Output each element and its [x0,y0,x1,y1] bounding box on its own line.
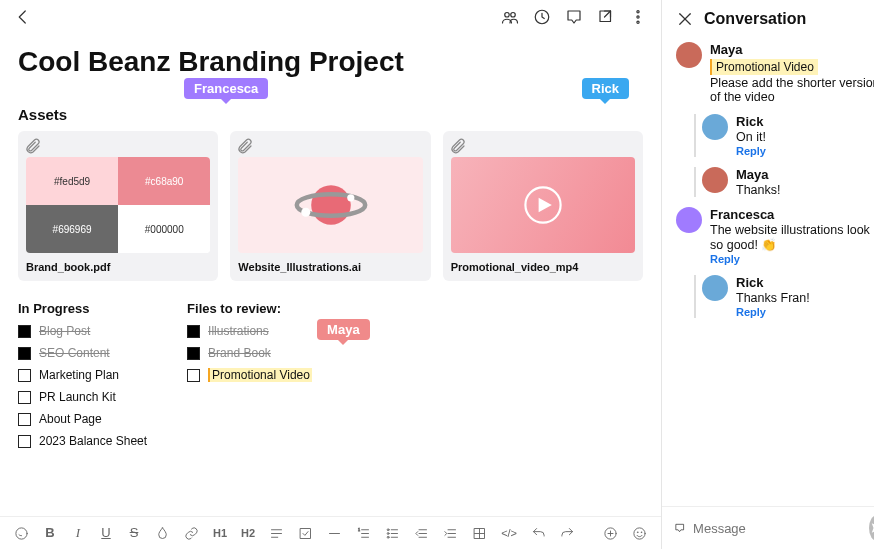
checkbox-icon[interactable] [18,325,31,338]
task-item[interactable]: About Page [18,412,147,426]
mention-icon[interactable] [14,525,29,541]
svg-rect-15 [301,529,311,539]
conversation-title: Conversation [704,10,806,28]
task-item[interactable]: Marketing Plan [18,368,147,382]
message[interactable]: Maya Thanks! [694,167,874,197]
svg-point-6 [637,16,639,18]
asset-card[interactable]: Website_Illustrations.ai [230,131,430,281]
assets-heading: Assets [18,106,643,123]
italic-button[interactable]: I [71,525,85,541]
divider-button[interactable] [327,525,342,541]
page-title: Cool Beanz Branding Project [18,46,643,78]
svg-point-41 [641,532,642,533]
history-icon[interactable] [533,8,551,26]
svg-point-10 [301,208,310,217]
chat-icon [674,519,685,537]
asset-card[interactable]: #fed5d9 #c68a90 #696969 #000000 Brand_bo… [18,131,218,281]
planet-illustration [286,170,376,240]
more-icon[interactable] [629,8,647,26]
svg-point-21 [387,529,389,531]
task-item[interactable]: Brand Book [187,346,312,360]
checkbox-icon[interactable] [187,369,200,382]
send-button[interactable] [869,515,874,541]
add-button[interactable] [603,525,618,541]
checkbox-icon[interactable] [18,391,31,404]
message[interactable]: Rick Thanks Fran! Reply [694,275,874,318]
play-icon [521,183,565,227]
outdent-button[interactable] [414,525,429,541]
svg-point-39 [634,528,645,539]
checkbox-icon[interactable] [18,347,31,360]
message[interactable]: Francesca The website illustrations look… [676,207,874,265]
avatar [702,275,728,301]
indent-button[interactable] [443,525,458,541]
conversation-thread: Maya Promotional Video Please add the sh… [662,38,874,506]
checkbox-icon[interactable] [18,413,31,426]
table-button[interactable] [472,525,487,541]
svg-marker-13 [538,198,551,213]
asset-filename: Promotional_video_mp4 [451,261,635,273]
h1-button[interactable]: H1 [213,527,227,539]
asset-filename: Website_Illustrations.ai [238,261,422,273]
task-item[interactable]: PR Launch Kit [18,390,147,404]
back-icon[interactable] [14,8,32,26]
message[interactable]: Maya Promotional Video Please add the sh… [676,42,874,104]
checkbox-icon[interactable] [187,325,200,338]
svg-point-8 [311,185,351,225]
underline-button[interactable]: U [99,525,113,540]
reply-link[interactable]: Reply [736,306,810,318]
emoji-button[interactable] [632,525,647,541]
checklist-button[interactable] [298,525,313,541]
task-item[interactable]: SEO Content [18,346,147,360]
svg-point-1 [511,13,516,18]
bullet-list-button[interactable] [385,525,400,541]
bold-button[interactable]: B [43,525,57,540]
attachment-icon [236,137,254,155]
people-icon[interactable] [501,8,519,26]
color-button[interactable] [155,525,170,541]
reply-link[interactable]: Reply [736,145,766,157]
message[interactable]: Rick On it! Reply [694,114,874,157]
quote-button[interactable] [269,525,284,541]
undo-button[interactable] [531,525,546,541]
numbered-list-button[interactable]: 1 [356,525,371,541]
checkbox-icon[interactable] [18,369,31,382]
attachment-icon [449,137,467,155]
avatar [702,114,728,140]
asset-card[interactable]: Promotional_video_mp4 [443,131,643,281]
comment-icon[interactable] [565,8,583,26]
redo-button[interactable] [560,525,575,541]
task-item[interactable]: Blog Post [18,324,147,338]
checkbox-icon[interactable] [187,347,200,360]
svg-text:1: 1 [358,528,360,532]
svg-point-11 [347,194,354,201]
cursor-maya: Maya [317,319,370,340]
files-to-review-list: Files to review: Illustrations Brand Boo… [187,301,312,456]
svg-point-14 [16,528,27,539]
svg-line-4 [605,11,611,17]
asset-filename: Brand_book.pdf [26,261,210,273]
reference-chip[interactable]: Promotional Video [710,59,818,75]
strike-button[interactable]: S [127,525,141,540]
color-swatches: #fed5d9 #c68a90 #696969 #000000 [26,157,210,253]
h2-button[interactable]: H2 [241,527,255,539]
in-progress-list: In Progress Blog Post SEO Content Market… [18,301,147,456]
svg-point-5 [637,11,639,13]
task-item[interactable]: Illustrations [187,324,312,338]
message-composer [662,506,874,549]
format-toolbar: B I U S H1 H2 1 </> [0,516,661,549]
message-input[interactable] [693,521,861,536]
task-item[interactable]: Promotional Video [187,368,312,382]
svg-point-22 [387,533,389,535]
code-button[interactable]: </> [501,527,517,539]
checkbox-icon[interactable] [18,435,31,448]
open-external-icon[interactable] [597,8,615,26]
topbar [0,0,661,34]
avatar [702,167,728,193]
reply-link[interactable]: Reply [710,253,874,265]
svg-point-40 [637,532,638,533]
link-button[interactable] [184,525,199,541]
svg-point-7 [637,21,639,23]
close-icon[interactable] [676,10,694,28]
task-item[interactable]: 2023 Balance Sheet [18,434,147,448]
